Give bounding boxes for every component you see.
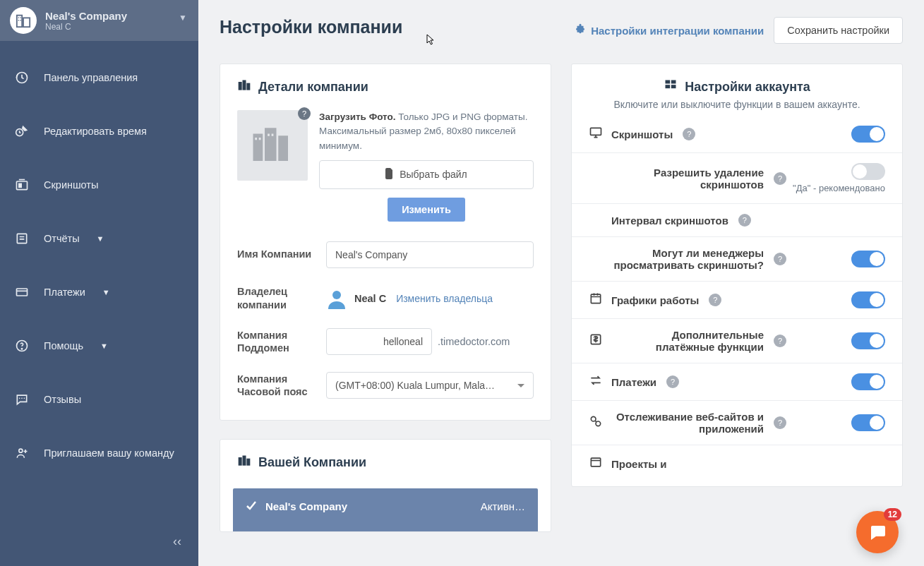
timezone-label: Компания Часовой пояс [237, 373, 312, 399]
nav-reports[interactable]: Отчёты▼ [0, 212, 198, 265]
company-switcher[interactable]: Neal's Company Neal C ▼ [0, 0, 198, 41]
chat-widget[interactable]: 12 [856, 511, 899, 553]
save-settings-button[interactable]: Сохранить настройки [774, 17, 903, 44]
change-owner-link[interactable]: Изменить владельца [396, 293, 493, 304]
main-content: Настройки компании Настройки интеграции … [198, 0, 924, 566]
nav-help[interactable]: Помощь▼ [0, 319, 198, 373]
svg-rect-30 [671, 80, 676, 84]
svg-rect-27 [243, 456, 246, 466]
card-icon [14, 285, 30, 299]
subdomain-label: Компания Поддомен [237, 329, 312, 356]
setting-projects: Проекты и [572, 450, 902, 478]
setting-screenshots: Скриншоты? [572, 120, 902, 148]
svg-rect-21 [255, 138, 257, 140]
svg-rect-19 [265, 128, 277, 161]
panel-title: Настройки аккаунта [685, 80, 810, 95]
screenshot-icon [14, 178, 30, 192]
subdomain-suffix: .timedoctor.com [438, 336, 510, 347]
nav-reviews[interactable]: Отзывы [0, 373, 198, 426]
help-icon[interactable]: ? [774, 253, 786, 265]
help-icon[interactable]: ? [774, 416, 786, 429]
subdomain-input[interactable] [326, 328, 432, 355]
projects-icon [589, 455, 603, 472]
svg-rect-38 [591, 458, 600, 466]
svg-rect-18 [253, 134, 263, 162]
setting-managers-view: Могут ли менеджеры просматривать скриншо… [572, 241, 902, 277]
nav-screenshots[interactable]: Скриншоты [0, 158, 198, 212]
file-icon [385, 168, 394, 181]
toggle-schedules[interactable] [851, 291, 885, 308]
panel-subtitle: Включите или выключите функции в вашем а… [572, 99, 902, 120]
company-photo-placeholder: ? [237, 110, 308, 181]
setting-delete-screenshots: Разрешить удаление скриншотов? "Да" - ре… [572, 157, 902, 199]
building-icon [10, 7, 37, 34]
svg-point-25 [332, 291, 341, 299]
help-icon[interactable]: ? [666, 375, 679, 388]
company-row[interactable]: Neal's Company Активн… [233, 488, 538, 531]
help-icon[interactable]: ? [774, 335, 786, 347]
monitor-icon [589, 126, 603, 143]
caret-down-icon: ▼ [100, 342, 108, 350]
svg-rect-16 [243, 80, 246, 90]
help-icon [14, 339, 30, 353]
svg-rect-4 [18, 20, 19, 20]
toggle-extra-payment[interactable] [851, 332, 885, 349]
timezone-select[interactable]: (GMT+08:00) Kuala Lumpur, Mala… [326, 372, 534, 399]
invite-icon [14, 446, 30, 460]
company-name-label: Имя Компании [237, 248, 312, 261]
buildings-icon [237, 454, 251, 471]
track-icon [589, 414, 603, 431]
caret-down-icon: ▼ [97, 234, 104, 243]
svg-rect-33 [591, 128, 601, 135]
exchange-icon [589, 373, 603, 390]
svg-point-36 [591, 416, 596, 421]
svg-rect-2 [18, 17, 19, 18]
svg-rect-15 [239, 82, 242, 90]
help-icon[interactable]: ? [738, 214, 751, 227]
owner-name: Neal C [354, 293, 386, 304]
svg-rect-3 [20, 17, 20, 18]
collapse-sidebar-icon[interactable]: ‹‹ [173, 534, 181, 549]
toggle-managers-view[interactable] [851, 251, 885, 267]
settings-icon [664, 78, 678, 96]
nav-dashboard[interactable]: Панель управления [0, 51, 198, 104]
toggle-payments[interactable] [851, 373, 885, 390]
buildings-icon [237, 78, 251, 96]
svg-rect-22 [259, 138, 261, 140]
company-owner-label: Владелец компании [237, 285, 312, 312]
choose-file-button[interactable]: Выбрать файл [319, 160, 534, 189]
nav-payments[interactable]: Платежи▼ [0, 265, 198, 319]
setting-interval: Интервал скриншотов? [572, 208, 902, 232]
company-name-input[interactable] [326, 241, 534, 268]
caret-down-icon: ▼ [179, 13, 187, 23]
svg-rect-23 [268, 134, 270, 136]
company-status: Активн… [481, 500, 525, 512]
svg-rect-0 [17, 16, 22, 27]
help-icon[interactable]: ? [298, 107, 311, 120]
puzzle-icon [574, 23, 587, 38]
setting-payments: Платежи? [572, 368, 902, 396]
toggle-tracking[interactable] [851, 414, 885, 431]
setting-schedules: Графики работы? [572, 286, 902, 314]
change-photo-button[interactable]: Изменить [388, 198, 465, 222]
help-icon[interactable]: ? [709, 294, 721, 306]
svg-point-37 [596, 421, 601, 426]
help-icon[interactable]: ? [774, 172, 786, 185]
integration-settings-link[interactable]: Настройки интеграции компании [574, 23, 764, 38]
svg-rect-17 [246, 83, 250, 90]
svg-rect-26 [239, 457, 242, 466]
check-icon [246, 500, 257, 513]
toggle-delete-screenshots[interactable] [851, 163, 885, 180]
svg-rect-28 [246, 459, 250, 466]
help-icon[interactable]: ? [683, 128, 695, 140]
svg-rect-34 [591, 294, 600, 303]
caret-down-icon: ▼ [102, 288, 110, 296]
nav-invite[interactable]: Приглашаем вашу команду [0, 426, 198, 480]
nav-edit-time[interactable]: Редактировать время [0, 104, 198, 158]
svg-rect-11 [17, 289, 28, 296]
svg-rect-29 [666, 80, 671, 84]
nav-list: Панель управления Редактировать время Ск… [0, 41, 198, 480]
svg-rect-24 [272, 134, 274, 136]
svg-point-13 [21, 349, 22, 349]
toggle-screenshots[interactable] [851, 126, 885, 143]
